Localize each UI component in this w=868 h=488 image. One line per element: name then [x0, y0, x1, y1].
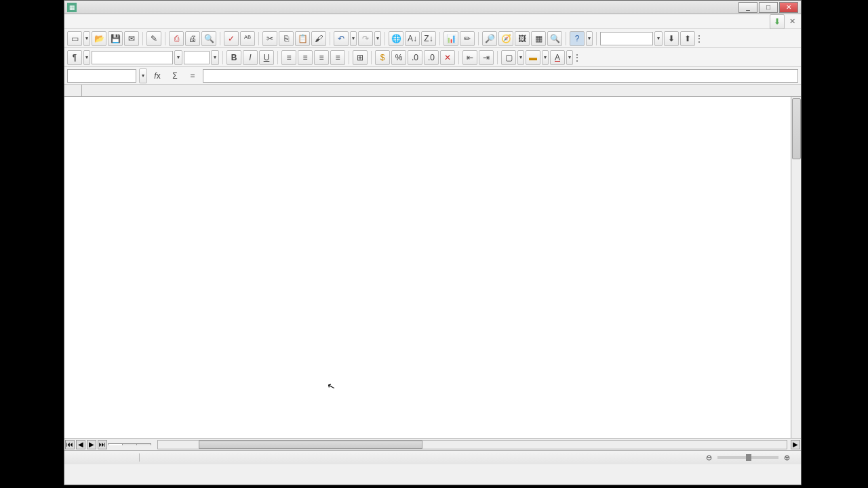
close-doc-button[interactable]: ✕	[787, 17, 797, 26]
merge-cells-button[interactable]: ⊞	[353, 50, 368, 65]
horizontal-scroll-thumb[interactable]	[199, 441, 422, 449]
open-button[interactable]: 📂	[92, 31, 106, 46]
sum-button[interactable]: Σ	[167, 68, 182, 83]
find-replace-button[interactable]: 🔎	[482, 31, 497, 46]
scroll-right-button[interactable]: ▶	[791, 440, 800, 449]
gallery-button[interactable]: 🖼	[515, 31, 530, 46]
new-dropdown[interactable]: ▾	[83, 31, 90, 46]
sort-desc-button[interactable]: Z↓	[421, 31, 436, 46]
first-sheet-button[interactable]: ⏮	[65, 440, 75, 449]
preview-button[interactable]: 🔍	[201, 31, 216, 46]
paste-button[interactable]: 📋	[295, 31, 310, 46]
align-center-button[interactable]: ≡	[298, 50, 313, 65]
styles-button[interactable]: ¶	[67, 50, 82, 65]
menu-data[interactable]	[134, 20, 144, 23]
increase-indent-button[interactable]: ⇥	[479, 50, 494, 65]
select-all-corner[interactable]	[64, 85, 82, 97]
minimize-button[interactable]: _	[738, 2, 757, 13]
zoom-slider[interactable]	[717, 456, 778, 459]
cut-button[interactable]: ✂	[262, 31, 277, 46]
close-button[interactable]: ✕	[779, 2, 798, 13]
spreadsheet-grid[interactable]: ↖	[64, 85, 801, 439]
copy-button[interactable]: ⎘	[279, 31, 294, 46]
navigator-button[interactable]: 🧭	[498, 31, 513, 46]
menu-view[interactable]	[90, 20, 101, 23]
sort-asc-button[interactable]: A↓	[405, 31, 420, 46]
font-size-dropdown[interactable]: ▾	[211, 50, 219, 65]
export-pdf-button[interactable]: ⎙	[169, 31, 184, 46]
find-prev-button[interactable]: ⬆	[680, 31, 695, 46]
borders-button[interactable]: ▢	[501, 50, 516, 65]
autospell-button[interactable]: ᴬᴮ	[240, 31, 255, 46]
next-sheet-button[interactable]: ▶	[87, 440, 96, 449]
borders-dropdown[interactable]: ▾	[517, 50, 524, 65]
undo-button[interactable]: ↶	[334, 31, 349, 46]
edit-doc-button[interactable]: ✎	[146, 31, 161, 46]
menu-window[interactable]	[144, 20, 155, 23]
menu-tools[interactable]	[123, 20, 134, 23]
new-button[interactable]: ▭	[67, 31, 82, 46]
redo-dropdown[interactable]: ▾	[374, 31, 381, 46]
hyperlink-button[interactable]: 🌐	[389, 31, 403, 46]
align-justify-button[interactable]: ≡	[330, 50, 345, 65]
spellcheck-button[interactable]: ✓	[224, 31, 239, 46]
fontcolor-dropdown[interactable]: ▾	[566, 50, 573, 65]
underline-button[interactable]: U	[259, 50, 274, 65]
datasources-button[interactable]: ▦	[531, 31, 546, 46]
styles-dropdown[interactable]: ▾	[83, 50, 90, 65]
toolbar-overflow-icon[interactable]: ⋮	[696, 31, 702, 46]
redo-button[interactable]: ↷	[358, 31, 373, 46]
function-wizard-button[interactable]: fx	[150, 68, 165, 83]
print-button[interactable]: 🖨	[185, 31, 200, 46]
sheet-tab-3[interactable]	[136, 443, 151, 445]
menu-file[interactable]	[68, 20, 79, 23]
sheet-tab-1[interactable]	[108, 443, 123, 445]
remove-decimal-button[interactable]: .0	[424, 50, 439, 65]
add-decimal-button[interactable]: .0	[408, 50, 422, 65]
email-button[interactable]: ✉	[124, 31, 139, 46]
menu-help[interactable]	[155, 20, 166, 23]
update-icon[interactable]: ⬇	[770, 14, 785, 29]
sheet-tab-2[interactable]	[122, 443, 137, 445]
undo-dropdown[interactable]: ▾	[350, 31, 357, 46]
vertical-scrollbar[interactable]	[791, 97, 801, 438]
menu-edit[interactable]	[79, 20, 90, 23]
horizontal-scrollbar[interactable]	[157, 440, 787, 449]
align-right-button[interactable]: ≡	[314, 50, 329, 65]
save-button[interactable]: 💾	[108, 31, 123, 46]
cellref-dropdown[interactable]: ▾	[139, 68, 147, 83]
zoom-in-button[interactable]: ⊕	[784, 453, 790, 462]
menu-format[interactable]	[112, 20, 123, 23]
zoom-button[interactable]: 🔍	[547, 31, 562, 46]
bgcolor-button[interactable]: ▬	[526, 50, 540, 65]
help-button[interactable]: ?	[570, 31, 585, 46]
font-size-input[interactable]	[184, 51, 210, 64]
show-draw-button[interactable]: ✏	[460, 31, 475, 46]
format-overflow-icon[interactable]: ⋮	[574, 50, 580, 65]
formula-input[interactable]	[203, 69, 798, 83]
menu-insert[interactable]	[101, 20, 112, 23]
maximize-button[interactable]: □	[759, 2, 778, 13]
vertical-scroll-thumb[interactable]	[792, 98, 801, 159]
equals-button[interactable]: =	[185, 68, 200, 83]
last-sheet-button[interactable]: ⏭	[98, 440, 107, 449]
standard-format-button[interactable]: ✕	[440, 50, 455, 65]
font-name-input[interactable]	[92, 51, 173, 64]
cell-reference-input[interactable]	[67, 69, 136, 83]
zoom-out-button[interactable]: ⊖	[706, 453, 712, 462]
help-dropdown[interactable]: ▾	[586, 31, 593, 46]
prev-sheet-button[interactable]: ◀	[76, 440, 85, 449]
currency-button[interactable]: $	[375, 50, 390, 65]
bgcolor-dropdown[interactable]: ▾	[542, 50, 549, 65]
italic-button[interactable]: I	[243, 50, 258, 65]
bold-button[interactable]: B	[226, 50, 241, 65]
format-paint-button[interactable]: 🖌	[311, 31, 326, 46]
decrease-indent-button[interactable]: ⇤	[462, 50, 477, 65]
find-dropdown[interactable]: ▾	[654, 31, 663, 46]
align-left-button[interactable]: ≡	[281, 50, 296, 65]
chart-button[interactable]: 📊	[443, 31, 458, 46]
find-next-button[interactable]: ⬇	[664, 31, 679, 46]
find-input[interactable]	[600, 32, 653, 45]
fontcolor-button[interactable]: A	[550, 50, 565, 65]
percent-button[interactable]: %	[391, 50, 406, 65]
